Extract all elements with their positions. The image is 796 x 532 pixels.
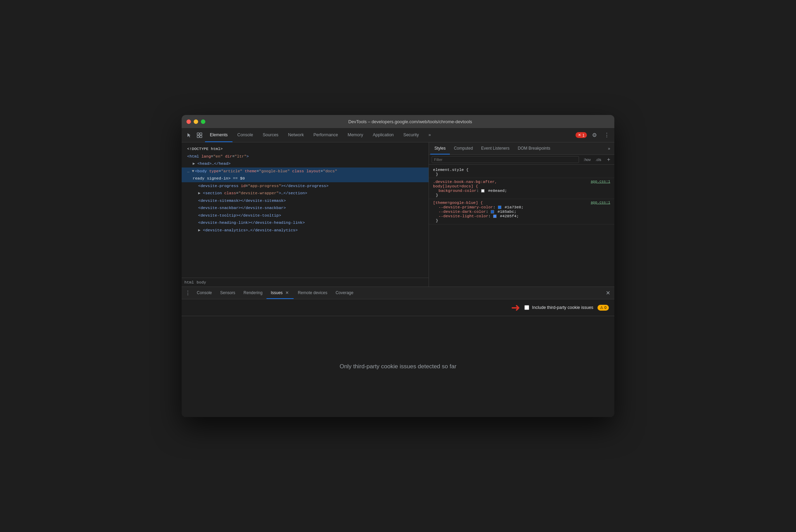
tab-elements[interactable]: Elements — [205, 128, 232, 142]
css-prop-light[interactable]: --devsite-light-color: #4285f4; — [433, 214, 610, 218]
css-prop-primary[interactable]: --devsite-primary-color: #1a73e8; — [433, 205, 610, 209]
dom-line-analytics[interactable]: ▶ <devsite-analytics>…</devsite-analytic… — [182, 227, 429, 234]
issues-toolbar: ➜ Include third-party cookie issues ⚠ 0 — [182, 299, 614, 316]
issues-panel: ➜ Include third-party cookie issues ⚠ 0 … — [182, 299, 614, 417]
issues-controls: ➜ Include third-party cookie issues ⚠ 0 — [511, 302, 609, 313]
dom-line-heading-link[interactable]: <devsite-heading-link></devsite-heading-… — [182, 219, 429, 227]
dom-tree[interactable]: <!DOCTYPE html> <html lang="en" dir="ltr… — [182, 142, 429, 278]
maximize-button[interactable] — [201, 119, 205, 124]
arrow-right-icon: ➜ — [511, 302, 520, 313]
color-swatch-4285f4[interactable] — [493, 215, 497, 218]
warning-count-badge: ⚠ 0 — [598, 305, 609, 311]
filter-bar: :hov .cls + — [429, 155, 614, 165]
devtools-window: DevTools – developers.google.com/web/too… — [182, 115, 614, 417]
devtools-main: <!DOCTYPE html> <html lang="en" dir="ltr… — [182, 142, 614, 287]
drawer-tab-console[interactable]: Console — [193, 287, 216, 299]
tab-application[interactable]: Application — [368, 128, 398, 142]
error-badge[interactable]: ✕ 1 — [576, 132, 587, 138]
dom-line-tooltip[interactable]: <devsite-tooltip></devsite-tooltip> — [182, 212, 429, 219]
tab-styles[interactable]: Styles — [430, 142, 450, 154]
titlebar: DevTools – developers.google.com/web/too… — [182, 115, 614, 128]
drawer-tab-bar: ⋮ Console Sensors Rendering Issues ✕ Rem… — [182, 287, 614, 299]
css-source-2[interactable]: app.css:1 — [591, 200, 610, 205]
css-rules: element.style { } .devsite-book-nav-bg:a… — [429, 165, 614, 287]
css-source-1[interactable]: app.css:1 — [591, 180, 610, 184]
drawer-tab-sensors[interactable]: Sensors — [216, 287, 239, 299]
css-rule-devsite-book-nav: .devsite-book-nav-bg:after, body[layout=… — [429, 178, 614, 199]
breadcrumb: html body — [182, 278, 429, 287]
tab-performance[interactable]: Performance — [309, 128, 343, 142]
minimize-button[interactable] — [194, 119, 198, 124]
dom-panel: <!DOCTYPE html> <html lang="en" dir="ltr… — [182, 142, 429, 287]
styles-tab-more[interactable]: » — [605, 146, 613, 151]
issues-empty-message: Only third-party cookie issues detected … — [182, 316, 614, 417]
css-prop-dark[interactable]: --devsite-dark-color: #185abc; — [433, 209, 610, 214]
color-swatch-1a73e8[interactable] — [498, 206, 501, 209]
css-selector-theme-google-blue: [theme=google-blue] { app.css:1 — [433, 200, 610, 205]
toolbar-right: ✕ 1 ⚙ ⋮ — [576, 130, 612, 140]
hov-filter[interactable]: :hov — [582, 157, 592, 162]
dom-line-snackbar[interactable]: <devsite-snackbar></devsite-snackbar> — [182, 204, 429, 212]
more-options-icon[interactable]: ⋮ — [602, 130, 612, 140]
css-selector-element-style: element.style { — [433, 167, 610, 172]
include-third-party-checkbox[interactable] — [524, 305, 529, 310]
dom-line-head[interactable]: ▶ <head>…</head> — [182, 160, 429, 167]
tab-dom-breakpoints[interactable]: DOM Breakpoints — [514, 142, 555, 154]
tab-memory[interactable]: Memory — [343, 128, 368, 142]
include-third-party-wrapper: Include third-party cookie issues — [524, 305, 593, 310]
bottom-drawer: ⋮ Console Sensors Rendering Issues ✕ Rem… — [182, 287, 614, 417]
css-selector-book-nav: .devsite-book-nav-bg:after, body[layout=… — [433, 180, 610, 188]
drawer-tab-issues[interactable]: Issues ✕ — [266, 287, 294, 299]
error-icon: ✕ — [578, 133, 581, 137]
tab-security[interactable]: Security — [399, 128, 424, 142]
warning-count: 0 — [604, 305, 606, 310]
add-style-rule[interactable]: + — [606, 157, 612, 163]
drawer-tab-remote-devices[interactable]: Remote devices — [294, 287, 331, 299]
svg-rect-3 — [200, 136, 202, 138]
cls-filter[interactable]: .cls — [594, 157, 603, 162]
tab-sources[interactable]: Sources — [258, 128, 283, 142]
filter-input[interactable] — [432, 156, 579, 163]
dom-line-doctype: <!DOCTYPE html> — [182, 145, 429, 153]
tab-console[interactable]: Console — [232, 128, 258, 142]
tab-more[interactable]: » — [424, 128, 436, 142]
breadcrumb-html[interactable]: html — [184, 280, 194, 285]
settings-icon[interactable]: ⚙ — [590, 130, 599, 140]
css-rule-element-style: element.style { } — [429, 166, 614, 178]
warning-icon: ⚠ — [600, 305, 603, 310]
color-swatch-e8eaed[interactable] — [481, 189, 485, 193]
window-title: DevTools – developers.google.com/web/too… — [211, 119, 610, 124]
tab-computed[interactable]: Computed — [450, 142, 477, 154]
svg-rect-1 — [200, 133, 202, 135]
include-third-party-label: Include third-party cookie issues — [532, 305, 593, 310]
svg-rect-2 — [197, 136, 199, 138]
color-swatch-185abc[interactable] — [491, 210, 494, 213]
svg-rect-0 — [197, 133, 199, 135]
traffic-lights — [186, 119, 205, 124]
tab-network[interactable]: Network — [283, 128, 309, 142]
drawer-menu-icon[interactable]: ⋮ — [183, 288, 193, 298]
dom-line-sitemask[interactable]: <devsite-sitemask></devsite-sitemask> — [182, 197, 429, 205]
drawer-tab-rendering[interactable]: Rendering — [239, 287, 266, 299]
filter-badges: :hov .cls — [582, 157, 603, 162]
tab-event-listeners[interactable]: Event Listeners — [477, 142, 514, 154]
styles-tab-bar: Styles Computed Event Listeners DOM Brea… — [429, 142, 614, 155]
dom-line-html[interactable]: <html lang="en" dir="ltr"> — [182, 153, 429, 160]
devtools-toolbar: Elements Console Sources Network Perform… — [182, 128, 614, 142]
dom-line-body-attrs[interactable]: ready signed-in> == $0 — [182, 175, 429, 182]
main-tab-bar: Elements Console Sources Network Perform… — [205, 128, 436, 142]
css-prop-bg-color[interactable]: background-color: #e8eaed; — [433, 188, 610, 193]
drawer-tab-coverage[interactable]: Coverage — [331, 287, 357, 299]
error-count: 1 — [582, 133, 584, 137]
inspect-icon[interactable] — [195, 130, 204, 140]
breadcrumb-body[interactable]: body — [197, 280, 206, 285]
dom-line-body[interactable]: … ▼<body type="article" theme="google-bl… — [182, 167, 429, 175]
issues-tab-close[interactable]: ✕ — [285, 290, 289, 295]
css-rule-theme-google-blue: [theme=google-blue] { app.css:1 --devsit… — [429, 199, 614, 224]
dom-line-section[interactable]: ▶ <section class="devsite-wrapper">…</se… — [182, 189, 429, 197]
drawer-close-button[interactable]: ✕ — [603, 290, 613, 296]
close-button[interactable] — [186, 119, 191, 124]
cursor-icon[interactable] — [184, 130, 194, 140]
dom-line-devsite-progress[interactable]: <devsite-progress id="app-progress"></de… — [182, 182, 429, 190]
styles-panel: Styles Computed Event Listeners DOM Brea… — [429, 142, 614, 287]
